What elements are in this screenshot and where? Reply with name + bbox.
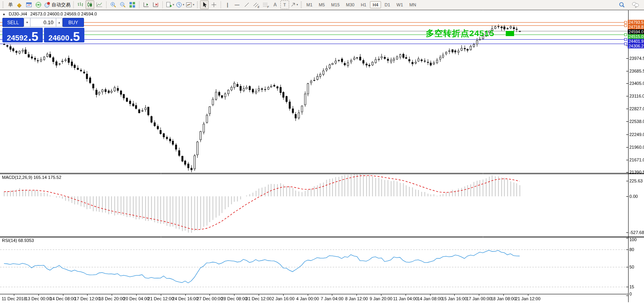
one-click-price-row: 24592 .5 24600 .5 — [2, 28, 86, 42]
timeframe-m15[interactable]: M15 — [328, 1, 342, 8]
current-price-tag: 24594.0 — [628, 29, 644, 34]
cursor-arrow-icon — [201, 2, 208, 8]
one-click-trading-panel: SELL ▼ ▲ BUY 24592 .5 24600 .5 — [2, 18, 86, 42]
chat-bubbles-icon — [632, 2, 639, 8]
time-axis-label: 24 Dec 16:00 — [172, 296, 198, 301]
autotrading-icon — [44, 2, 50, 8]
price-tick-label: 22538.0 — [629, 119, 644, 124]
auto-scroll-button[interactable] — [142, 0, 151, 9]
time-axis-label: 13 Dec 00:00 — [25, 296, 51, 301]
time-axis-label: 11 Dec 2018 — [2, 296, 26, 301]
collapse-panel-icon[interactable]: ▲ — [2, 12, 6, 16]
level-price-tag: 24401.9 — [628, 39, 644, 44]
time-axis-label: 2 Jan 16:00 — [272, 296, 295, 301]
chevron-down-icon[interactable]: ▾ — [193, 3, 194, 6]
search-button[interactable] — [617, 0, 626, 9]
zoom-in-button[interactable] — [109, 0, 118, 9]
sell-price-frac: .5 — [28, 32, 38, 41]
search-icon — [619, 2, 625, 8]
price-tick-label: 23116.0 — [629, 94, 644, 98]
volume-decrease-button[interactable]: ▼ — [24, 18, 30, 27]
crosshair-button[interactable] — [210, 0, 218, 9]
candlestick-chart-button[interactable] — [86, 0, 94, 9]
time-axis-label: 27 Dec 00:00 — [197, 296, 223, 301]
timeframe-periods-button[interactable]: ▾ — [175, 0, 185, 9]
step-down-icon: ▼ — [26, 21, 29, 24]
timeframe-mn[interactable]: MN — [407, 1, 419, 8]
chart-shift-button[interactable] — [151, 0, 160, 9]
bar-chart-button[interactable] — [76, 0, 85, 9]
timeframe-m30[interactable]: M30 — [343, 1, 357, 8]
toolbar-separator — [221, 1, 221, 8]
macd-tick-label: 0.00 — [629, 194, 638, 199]
trendline-tool[interactable] — [242, 0, 251, 9]
text-tool[interactable]: A — [271, 0, 280, 9]
tile-windows-icon — [129, 2, 135, 8]
rsi-indicator-header: RSI(14) 68.9353 — [2, 238, 34, 243]
vertical-line-tool[interactable]: | — [223, 0, 232, 9]
equidistant-channel-tool[interactable]: E — [252, 0, 261, 9]
timeframe-group: M1M5M15M30H1H4D1W1MN — [303, 1, 419, 8]
strategy-tester-icon[interactable] — [25, 0, 33, 9]
price-tick-label: 23405.0 — [629, 81, 644, 86]
zoom-out-button[interactable] — [118, 0, 127, 9]
arrows-tool[interactable]: ▾ — [290, 0, 299, 9]
trendline-icon — [244, 2, 250, 8]
rsi-tick-label: 100 — [629, 237, 636, 242]
timeframe-d1[interactable]: D1 — [382, 1, 393, 8]
volume-increase-button[interactable]: ▲ — [56, 18, 63, 27]
market-watch-icon[interactable]: ◆ — [15, 0, 24, 9]
time-axis-label: 20 Dec 04:00 — [123, 296, 149, 301]
timeframe-w1[interactable]: W1 — [394, 1, 406, 8]
rsi-tick-label: 15 — [629, 284, 634, 289]
fibonacci-tool[interactable]: F — [261, 0, 270, 9]
chevron-down-icon[interactable]: ▾ — [173, 3, 174, 6]
signal-icon[interactable] — [34, 0, 43, 9]
price-tick-label: 21960.0 — [629, 145, 644, 150]
chevron-down-icon[interactable]: ▾ — [297, 3, 298, 6]
window-icon — [26, 2, 32, 8]
line-chart-icon — [96, 2, 103, 8]
time-axis-label: 7 Jan 04:00 — [321, 296, 344, 301]
indicators-button[interactable]: ▾ — [185, 0, 195, 9]
time-axis-label: 15 Jan 16:00 — [442, 296, 467, 301]
timeframe-h4[interactable]: H4 — [370, 1, 381, 8]
toolbar-separator — [106, 1, 107, 8]
sell-button[interactable]: SELL — [2, 18, 24, 27]
level-price-tag: 24718.8 — [628, 25, 644, 29]
cursor-button[interactable] — [200, 0, 209, 9]
toolbar-grip[interactable] — [301, 2, 302, 8]
new-order-button[interactable]: 单 — [6, 0, 14, 9]
price-chart-canvas[interactable] — [0, 0, 644, 307]
price-tick-label: 22249.0 — [629, 132, 644, 137]
price-tick-label: 22827.0 — [629, 106, 644, 111]
tile-windows-button[interactable] — [128, 0, 137, 9]
chevron-down-icon[interactable]: ▾ — [183, 3, 185, 6]
time-axis-label: 21 Jan 12:00 — [515, 296, 541, 301]
timeframe-m5[interactable]: M5 — [316, 1, 328, 8]
toolbar-grip[interactable] — [197, 2, 198, 8]
indicators-icon — [186, 2, 192, 8]
new-chart-button[interactable]: ▾ — [165, 0, 175, 9]
buy-button[interactable]: BUY — [63, 18, 84, 27]
timeframe-h1[interactable]: H1 — [358, 1, 369, 8]
chart-symbol-period: DJ30-,H4 — [9, 12, 27, 16]
autotrading-button[interactable]: 自动交易 — [44, 0, 71, 9]
time-axis-label: 14 Jan 08:00 — [417, 296, 443, 301]
volume-input[interactable] — [30, 18, 56, 27]
timeframe-m1[interactable]: M1 — [304, 1, 315, 8]
time-axis-label: 11 Jan 04:00 — [393, 296, 418, 301]
toolbar-separator — [162, 1, 163, 8]
autotrading-label: 自动交易 — [51, 2, 70, 8]
line-chart-button[interactable] — [95, 0, 104, 9]
toolbar-grip[interactable] — [2, 2, 4, 8]
horizontal-line-tool[interactable]: — — [233, 0, 242, 9]
sell-price-panel[interactable]: 24592 .5 — [2, 28, 43, 42]
text-label-tool[interactable]: T — [280, 0, 289, 9]
chat-button[interactable] — [631, 0, 640, 9]
zoom-out-icon — [120, 2, 126, 8]
level-price-tag: 24515.0 — [628, 34, 644, 39]
buy-price-panel[interactable]: 24600 .5 — [44, 28, 84, 42]
level-price-tag: 24306.2 — [628, 44, 644, 48]
toolbar-right-tools — [617, 0, 640, 9]
